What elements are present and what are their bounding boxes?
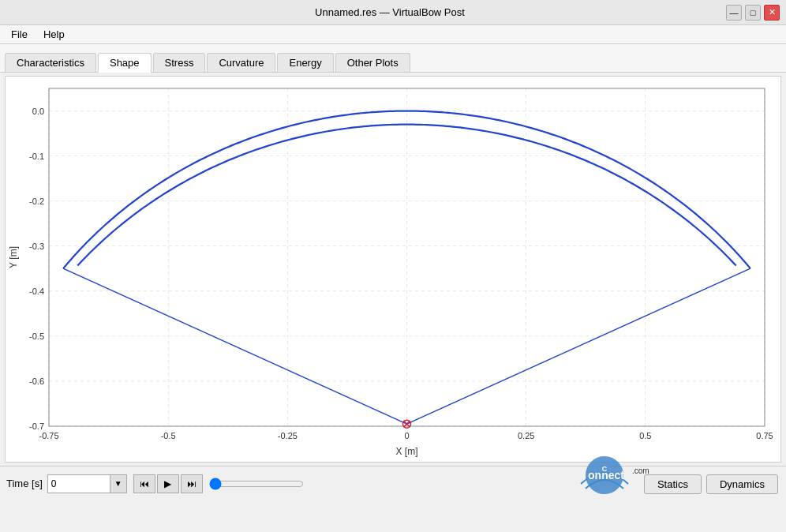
first-frame-button[interactable]: ⏮ (133, 474, 155, 493)
minimize-icon: — (730, 8, 739, 17)
play-icon: ▶ (164, 478, 171, 489)
time-dropdown-button[interactable]: ▼ (110, 474, 127, 493)
slider-container (209, 478, 304, 490)
menu-help[interactable]: Help (36, 27, 73, 42)
tab-other-plots[interactable]: Other Plots (335, 53, 410, 72)
maximize-icon: □ (750, 8, 756, 17)
tab-characteristics[interactable]: Characteristics (5, 53, 96, 72)
time-label: Time [s] (6, 478, 43, 489)
minimize-button[interactable]: — (726, 5, 742, 21)
last-frame-button[interactable]: ⏭ (181, 474, 203, 493)
action-buttons: Statics Dynamics (644, 474, 778, 494)
window-controls: — □ ✕ (726, 5, 780, 21)
last-frame-icon: ⏭ (187, 478, 196, 489)
window-title: Unnamed.res — VirtualBow Post (54, 6, 726, 18)
time-slider[interactable] (209, 478, 304, 490)
tab-curvature[interactable]: Curvature (207, 53, 275, 72)
close-button[interactable]: ✕ (764, 5, 780, 21)
bottom-bar: Time [s] ▼ ⏮ ▶ ⏭ C onnect .com (0, 466, 786, 500)
menu-file[interactable]: File (3, 27, 36, 42)
title-bar: Unnamed.res — VirtualBow Post — □ ✕ (0, 0, 786, 25)
dropdown-icon: ▼ (114, 479, 122, 488)
first-frame-icon: ⏮ (140, 478, 149, 489)
transport-controls: ⏮ ▶ ⏭ (133, 474, 203, 493)
tab-energy[interactable]: Energy (277, 53, 333, 72)
maximize-button[interactable]: □ (745, 5, 761, 21)
time-input[interactable] (47, 474, 110, 493)
tabs-bar: Characteristics Shape Stress Curvature E… (0, 44, 786, 73)
dynamics-button[interactable]: Dynamics (706, 474, 778, 494)
plot-container (5, 76, 781, 463)
statics-button[interactable]: Statics (644, 474, 702, 494)
close-icon: ✕ (769, 7, 776, 17)
tab-shape[interactable]: Shape (98, 53, 152, 73)
tab-stress[interactable]: Stress (153, 53, 206, 72)
plot-canvas (6, 77, 780, 462)
play-button[interactable]: ▶ (157, 474, 179, 493)
svg-text:onnect: onnect (588, 469, 624, 481)
menu-bar: File Help (0, 25, 786, 44)
